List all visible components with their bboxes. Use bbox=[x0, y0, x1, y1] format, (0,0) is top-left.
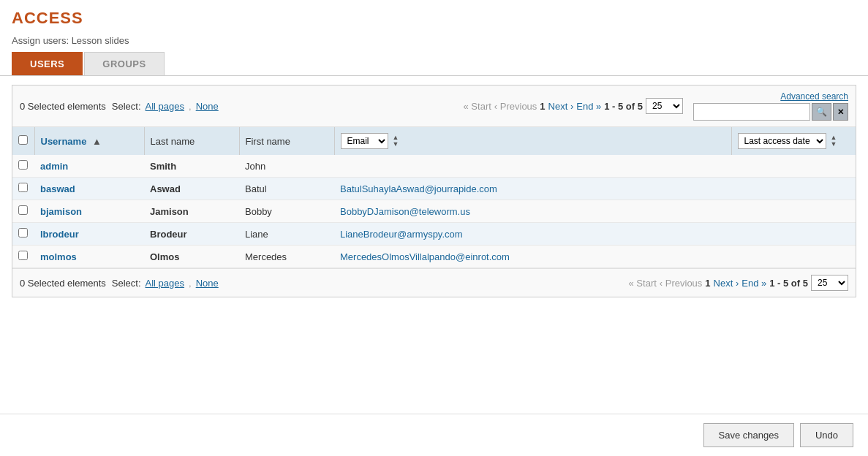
bottom-all-pages-link[interactable]: All pages bbox=[146, 278, 184, 289]
lastaccess-sort-buttons[interactable]: ▲ ▼ bbox=[831, 134, 837, 148]
undo-button[interactable]: Undo bbox=[800, 423, 853, 447]
table-row: bjamison Jamison Bobby BobbyDJamison@tel… bbox=[12, 200, 856, 223]
sep1: , bbox=[189, 101, 192, 112]
select-all-checkbox[interactable] bbox=[18, 135, 28, 145]
email-sort-buttons[interactable]: ▲ ▼ bbox=[393, 134, 399, 148]
bottom-per-page-select[interactable]: 25 50 100 bbox=[811, 275, 848, 291]
bottom-select-label: Select: bbox=[112, 278, 141, 289]
start-link[interactable]: « Start bbox=[464, 101, 491, 112]
cell-lastname: Olmos bbox=[144, 246, 239, 268]
cell-email: LianeBrodeur@armyspy.com bbox=[334, 223, 731, 246]
save-button[interactable]: Save changes bbox=[703, 423, 794, 447]
bottom-selected-count: 0 Selected elements bbox=[20, 278, 106, 289]
search-input-row: 🔍 ✕ bbox=[693, 103, 848, 121]
row-checkbox-cell bbox=[12, 200, 34, 223]
users-table: Username ▲ Last name First name Email Ph… bbox=[12, 127, 856, 268]
bottom-next-link[interactable]: Next › bbox=[714, 278, 739, 289]
selected-count: 0 Selected elements bbox=[20, 101, 106, 112]
table-body: admin Smith John baswad Aswad Batul Batu… bbox=[12, 155, 856, 268]
top-toolbar: 0 Selected elements Select: All pages , … bbox=[12, 86, 856, 127]
bottom-previous-link[interactable]: ‹ Previous bbox=[660, 278, 703, 289]
th-email: Email Phone ID ▲ ▼ bbox=[334, 127, 731, 155]
cell-email: BobbyDJamison@teleworm.us bbox=[334, 200, 731, 223]
table-row: lbrodeur Brodeur Liane LianeBrodeur@army… bbox=[12, 223, 856, 246]
cell-firstname: Bobby bbox=[239, 200, 334, 223]
select-label: Select: bbox=[112, 101, 141, 112]
none-link[interactable]: None bbox=[196, 101, 219, 112]
cell-username: baswad bbox=[34, 178, 144, 200]
email-sort-down-icon[interactable]: ▼ bbox=[393, 141, 399, 148]
cell-username: admin bbox=[34, 155, 144, 178]
cell-lastaccess bbox=[731, 178, 856, 200]
search-input[interactable] bbox=[693, 103, 810, 121]
cell-email: MercedesOlmosVillalpando@einrot.com bbox=[334, 246, 731, 268]
previous-link[interactable]: ‹ Previous bbox=[494, 101, 537, 112]
th-username[interactable]: Username ▲ bbox=[34, 127, 144, 155]
current-page: 1 bbox=[540, 101, 545, 112]
next-link[interactable]: Next › bbox=[548, 101, 574, 112]
footer: Save changes Undo bbox=[0, 414, 868, 456]
bottom-toolbar: 0 Selected elements Select: All pages , … bbox=[12, 268, 856, 297]
page-title: ACCESS bbox=[12, 9, 856, 28]
cell-firstname: Mercedes bbox=[239, 246, 334, 268]
cell-lastname: Jamison bbox=[144, 200, 239, 223]
row-checkbox-5[interactable] bbox=[18, 251, 28, 260]
tabs-container: USERS GROUPS bbox=[0, 52, 868, 76]
cell-lastaccess bbox=[731, 223, 856, 246]
row-checkbox-cell bbox=[12, 223, 34, 246]
bottom-start-link[interactable]: « Start bbox=[629, 278, 657, 289]
bottom-current-page: 1 bbox=[705, 278, 710, 289]
th-firstname: First name bbox=[239, 127, 334, 155]
th-lastaccess: Last access date Never ▲ ▼ bbox=[731, 127, 856, 155]
table-row: admin Smith John bbox=[12, 155, 856, 178]
lastaccess-column-select[interactable]: Last access date Never bbox=[738, 133, 826, 149]
cell-firstname: John bbox=[239, 155, 334, 178]
cell-email bbox=[334, 155, 731, 178]
tab-users[interactable]: USERS bbox=[12, 52, 83, 75]
th-checkbox bbox=[12, 127, 34, 155]
cell-email: BatulSuhaylaAswad@jourrapide.com bbox=[334, 178, 731, 200]
bottom-page-range: 1 - 5 of 5 bbox=[769, 278, 808, 289]
top-pagination: « Start ‹ Previous 1 Next › End » 1 - 5 … bbox=[464, 98, 683, 114]
cell-lastname: Aswad bbox=[144, 178, 239, 200]
tab-groups[interactable]: GROUPS bbox=[84, 52, 164, 75]
search-button[interactable]: 🔍 bbox=[812, 103, 831, 121]
table-row: molmos Olmos Mercedes MercedesOlmosVilla… bbox=[12, 246, 856, 268]
row-checkbox-cell bbox=[12, 246, 34, 268]
end-link[interactable]: End » bbox=[576, 101, 601, 112]
cell-username: bjamison bbox=[34, 200, 144, 223]
breadcrumb: Assign users: Lesson slides bbox=[0, 32, 868, 52]
row-checkbox-2[interactable] bbox=[18, 183, 28, 192]
row-checkbox-cell bbox=[12, 155, 34, 178]
bottom-none-link[interactable]: None bbox=[196, 278, 219, 289]
clear-search-button[interactable]: ✕ bbox=[833, 103, 848, 121]
cell-lastaccess bbox=[731, 155, 856, 178]
cell-lastaccess bbox=[731, 246, 856, 268]
bottom-pagination: « Start ‹ Previous 1 Next › End » 1 - 5 … bbox=[629, 275, 848, 291]
username-sort-icon: ▲ bbox=[92, 136, 102, 147]
row-checkbox-1[interactable] bbox=[18, 160, 28, 170]
search-icon: 🔍 bbox=[816, 107, 827, 117]
cell-firstname: Liane bbox=[239, 223, 334, 246]
lastaccess-sort-down-icon[interactable]: ▼ bbox=[831, 141, 837, 148]
cell-username: molmos bbox=[34, 246, 144, 268]
cell-lastname: Smith bbox=[144, 155, 239, 178]
content-area: 0 Selected elements Select: All pages , … bbox=[12, 85, 856, 297]
per-page-select[interactable]: 25 50 100 bbox=[646, 98, 683, 114]
email-column-select[interactable]: Email Phone ID bbox=[341, 133, 388, 149]
row-checkbox-3[interactable] bbox=[18, 205, 28, 215]
cell-username: lbrodeur bbox=[34, 223, 144, 246]
row-checkbox-cell bbox=[12, 178, 34, 200]
table-row: baswad Aswad Batul BatulSuhaylaAswad@jou… bbox=[12, 178, 856, 200]
cell-lastaccess bbox=[731, 200, 856, 223]
cell-lastname: Brodeur bbox=[144, 223, 239, 246]
all-pages-link[interactable]: All pages bbox=[146, 101, 184, 112]
bottom-sep1: , bbox=[189, 278, 192, 289]
advanced-search-link[interactable]: Advanced search bbox=[780, 91, 848, 102]
clear-icon: ✕ bbox=[837, 107, 844, 117]
bottom-end-link[interactable]: End » bbox=[741, 278, 766, 289]
table-header-row: Username ▲ Last name First name Email Ph… bbox=[12, 127, 856, 155]
search-area: Advanced search 🔍 ✕ bbox=[693, 91, 848, 121]
row-checkbox-4[interactable] bbox=[18, 228, 28, 238]
cell-firstname: Batul bbox=[239, 178, 334, 200]
